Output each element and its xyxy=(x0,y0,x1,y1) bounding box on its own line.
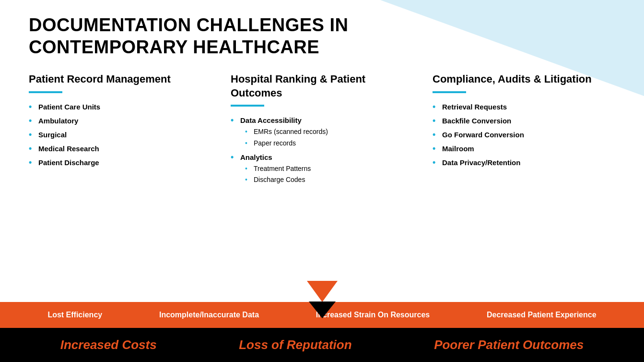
list-item: Paper records xyxy=(245,139,413,148)
column-list-2: Retrieval RequestsBackfile ConversionGo … xyxy=(433,102,615,168)
black-banner: Increased CostsLoss of ReputationPoorer … xyxy=(0,328,644,362)
column-list-0: Patient Care UnitsAmbulatorySurgicalMedi… xyxy=(29,102,211,168)
list-item: Patient Discharge xyxy=(29,157,211,168)
list-item: Discharge Codes xyxy=(245,175,413,185)
columns-section: Patient Record ManagementPatient Care Un… xyxy=(0,68,644,302)
main-content: DOCUMENTATION CHALLENGES IN CONTEMPORARY… xyxy=(0,0,644,362)
arrow-down-icon xyxy=(307,281,338,302)
column-1: Hospital Ranking & Patient OutcomesData … xyxy=(221,72,423,302)
column-title-2: Compliance, Audits & Litigation xyxy=(433,72,615,86)
black-banner-item: Increased Costs xyxy=(60,338,157,352)
column-title-1: Hospital Ranking & Patient Outcomes xyxy=(231,72,413,100)
column-divider-1 xyxy=(231,105,264,107)
orange-banner-item: Incomplete/Inaccurate Data xyxy=(159,311,259,319)
list-item: Go Forward Conversion xyxy=(433,130,615,140)
list-item: Mailroom xyxy=(433,144,615,154)
list-item: Treatment Patterns xyxy=(245,164,413,174)
column-title-0: Patient Record Management xyxy=(29,72,211,86)
sub-list: Treatment PatternsDischarge Codes xyxy=(240,162,413,185)
list-item: Medical Research xyxy=(29,144,211,154)
banners-container: Lost EfficiencyIncomplete/Inaccurate Dat… xyxy=(0,302,644,362)
black-banner-item: Poorer Patient Outcomes xyxy=(434,338,584,352)
column-list-1: Data AccessibilityEMRs (scanned records)… xyxy=(231,115,413,184)
column-0: Patient Record ManagementPatient Care Un… xyxy=(19,72,221,302)
column-2: Compliance, Audits & LitigationRetrieval… xyxy=(423,72,625,302)
list-item: Data AccessibilityEMRs (scanned records)… xyxy=(231,115,413,148)
list-item: EMRs (scanned records) xyxy=(245,127,413,137)
page-title: DOCUMENTATION CHALLENGES IN CONTEMPORARY… xyxy=(29,14,615,58)
list-item: Surgical xyxy=(29,130,211,140)
orange-banner-item: Lost Efficiency xyxy=(47,311,102,319)
column-divider-0 xyxy=(29,91,62,93)
sub-list: EMRs (scanned records)Paper records xyxy=(240,125,413,148)
list-item: Data Privacy/Retention xyxy=(433,157,615,168)
list-item: Backfile Conversion xyxy=(433,116,615,126)
list-item: Ambulatory xyxy=(29,116,211,126)
columns-area: Patient Record ManagementPatient Care Un… xyxy=(0,68,644,302)
orange-banner-item: Decreased Patient Experience xyxy=(487,311,597,319)
black-banner-item: Loss of Reputation xyxy=(239,338,351,352)
list-item: Retrieval Requests xyxy=(433,102,615,112)
list-item: AnalyticsTreatment PatternsDischarge Cod… xyxy=(231,152,413,185)
arrow-black-icon xyxy=(309,302,336,318)
list-item: Patient Care Units xyxy=(29,102,211,112)
column-divider-2 xyxy=(433,91,466,93)
header-section: DOCUMENTATION CHALLENGES IN CONTEMPORARY… xyxy=(0,0,644,68)
